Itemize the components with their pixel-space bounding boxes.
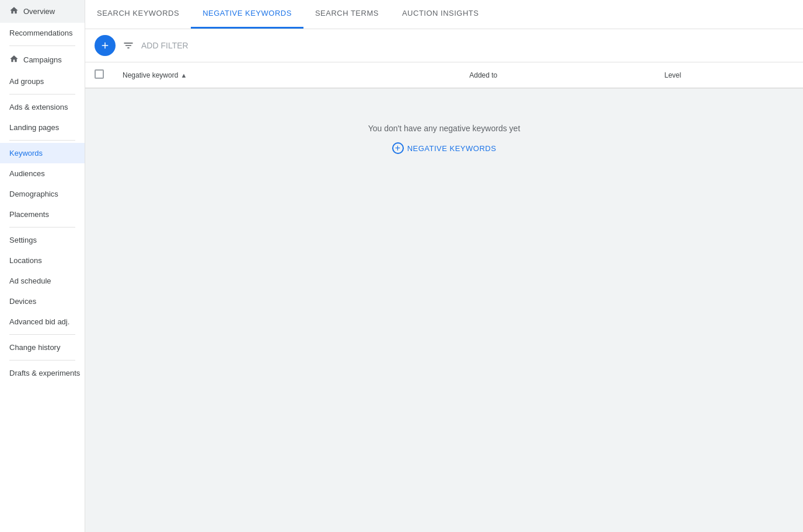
toolbar: ADD FILTER <box>85 29 803 62</box>
sidebar-item-label: Audiences <box>9 169 45 178</box>
sidebar-item-settings[interactable]: Settings <box>0 230 85 250</box>
filter-icon[interactable] <box>123 40 134 51</box>
sidebar-item-advanced-bid-adj[interactable]: Advanced bid adj. <box>0 312 85 332</box>
sidebar-item-label: Locations <box>9 256 42 265</box>
sidebar-item-label: Ad groups <box>9 77 44 86</box>
sidebar-item-label: Ad schedule <box>9 276 51 285</box>
sidebar-item-ads-extensions[interactable]: Ads & extensions <box>0 97 85 117</box>
plus-circle-icon: + <box>392 142 404 154</box>
select-all-checkbox[interactable] <box>95 69 104 79</box>
sidebar-divider <box>9 360 75 360</box>
sidebar-item-recommendations[interactable]: Recommendations <box>0 23 85 43</box>
sidebar-item-ad-groups[interactable]: Ad groups <box>0 71 85 92</box>
tab-search-keywords[interactable]: SEARCH KEYWORDS <box>85 0 191 29</box>
tab-auction-insights[interactable]: AUCTION INSIGHTS <box>390 0 491 29</box>
add-filter-label[interactable]: ADD FILTER <box>141 41 188 50</box>
sidebar-item-label: Devices <box>9 297 36 306</box>
table-header-row: Negative keyword ▲ Added to Level <box>85 62 803 88</box>
home-icon <box>9 6 19 17</box>
tab-search-terms[interactable]: SEARCH TERMS <box>303 0 390 29</box>
sidebar-item-label: Keywords <box>9 149 43 158</box>
sidebar-item-placements[interactable]: Placements <box>0 204 85 225</box>
level-header[interactable]: Level <box>655 62 803 88</box>
sidebar-item-campaigns[interactable]: Campaigns <box>0 48 85 71</box>
sidebar-item-overview[interactable]: Overview <box>0 0 85 23</box>
sidebar-item-drafts-experiments[interactable]: Drafts & experiments <box>0 363 85 383</box>
add-button[interactable] <box>95 35 116 56</box>
sidebar-divider <box>9 334 75 335</box>
sidebar-item-demographics[interactable]: Demographics <box>0 184 85 204</box>
sidebar-item-keywords[interactable]: Keywords <box>0 143 85 163</box>
sidebar-item-label: Ads & extensions <box>9 103 68 111</box>
tabs-bar: SEARCH KEYWORDSNEGATIVE KEYWORDSSEARCH T… <box>85 0 803 29</box>
sidebar-item-label: Overview <box>23 7 55 16</box>
sidebar-item-audiences[interactable]: Audiences <box>0 163 85 184</box>
empty-state-message: You don't have any negative keywords yet <box>368 124 521 133</box>
sidebar-item-label: Settings <box>9 236 37 244</box>
select-all-header[interactable] <box>85 62 113 88</box>
sidebar-item-ad-schedule[interactable]: Ad schedule <box>0 271 85 291</box>
sidebar-divider <box>9 140 75 141</box>
sidebar-item-change-history[interactable]: Change history <box>0 337 85 358</box>
home-icon <box>9 54 19 65</box>
sidebar: OverviewRecommendationsCampaignsAd group… <box>0 0 85 532</box>
negative-keyword-header[interactable]: Negative keyword ▲ <box>113 62 460 88</box>
sidebar-item-label: Demographics <box>9 190 58 198</box>
empty-state-button-label: NEGATIVE KEYWORDS <box>407 144 497 153</box>
tab-negative-keywords[interactable]: NEGATIVE KEYWORDS <box>191 0 303 29</box>
sidebar-item-label: Campaigns <box>23 55 62 64</box>
sidebar-divider <box>9 94 75 94</box>
sidebar-item-label: Landing pages <box>9 123 59 132</box>
sidebar-divider <box>9 46 75 46</box>
main-content: SEARCH KEYWORDSNEGATIVE KEYWORDSSEARCH T… <box>85 0 803 532</box>
add-negative-keywords-button[interactable]: + NEGATIVE KEYWORDS <box>392 142 497 154</box>
sidebar-divider <box>9 227 75 228</box>
sidebar-item-locations[interactable]: Locations <box>0 250 85 271</box>
sidebar-item-label: Change history <box>9 343 60 352</box>
sidebar-item-label: Advanced bid adj. <box>9 317 69 326</box>
sidebar-item-label: Recommendations <box>9 29 72 37</box>
table-container: Negative keyword ▲ Added to Level You do… <box>85 62 803 532</box>
sort-arrow-icon: ▲ <box>180 72 187 79</box>
sidebar-item-label: Drafts & experiments <box>9 369 80 377</box>
empty-state: You don't have any negative keywords yet… <box>85 89 803 189</box>
plus-icon <box>100 40 110 51</box>
sidebar-item-devices[interactable]: Devices <box>0 291 85 312</box>
sidebar-item-landing-pages[interactable]: Landing pages <box>0 117 85 138</box>
negative-keywords-table: Negative keyword ▲ Added to Level <box>85 62 803 89</box>
sidebar-item-label: Placements <box>9 210 49 219</box>
added-to-header[interactable]: Added to <box>460 62 655 88</box>
